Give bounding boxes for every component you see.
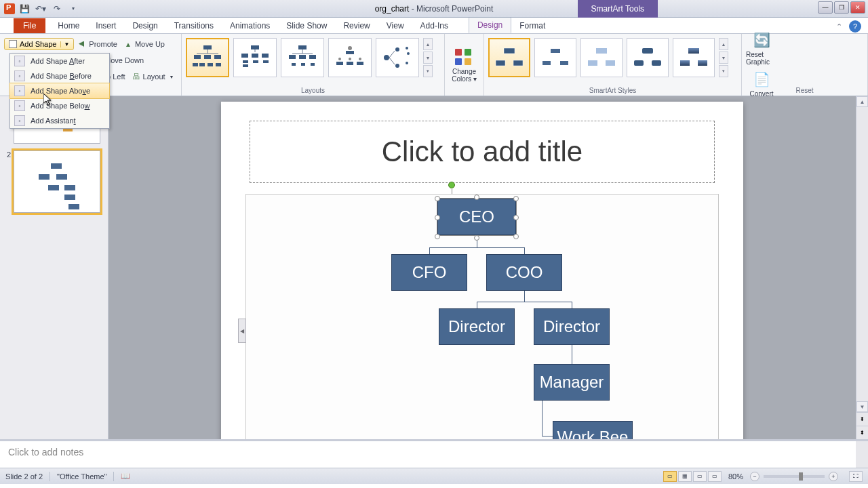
svg-rect-31 bbox=[336, 62, 343, 65]
dd-add-shape-after[interactable]: ▫Add Shape After bbox=[10, 54, 109, 68]
style-option-1[interactable] bbox=[488, 38, 530, 77]
svg-rect-25 bbox=[292, 63, 296, 66]
move-up-button[interactable]: ▲Move Up bbox=[121, 39, 167, 49]
zoom-in-button[interactable]: + bbox=[829, 472, 838, 481]
fit-to-window-button[interactable]: ⛶ bbox=[849, 471, 863, 482]
rotation-handle[interactable] bbox=[448, 182, 455, 188]
svg-rect-71 bbox=[64, 195, 75, 200]
next-slide-icon[interactable]: ⬍ bbox=[856, 426, 868, 439]
close-button[interactable]: ✕ bbox=[850, 1, 865, 14]
reset-graphic-button[interactable]: 🔄 Reset Graphic bbox=[746, 29, 777, 66]
style-gallery-down-icon[interactable]: ▼ bbox=[719, 52, 728, 64]
layout-option-2[interactable] bbox=[233, 38, 277, 77]
org-chart: CEO CFO COO Director Director Manager Wo… bbox=[246, 195, 718, 439]
help-icon[interactable]: ? bbox=[849, 20, 861, 33]
restore-button[interactable]: ❐ bbox=[834, 1, 849, 14]
prev-slide-icon[interactable]: ⬍ bbox=[856, 412, 868, 426]
zoom-out-button[interactable]: − bbox=[750, 472, 760, 481]
spell-check-icon[interactable]: 📖 bbox=[121, 472, 130, 481]
normal-view-button[interactable]: ▭ bbox=[663, 471, 677, 482]
dd-add-shape-above[interactable]: ▫Add Shape Above bbox=[9, 83, 110, 99]
style-option-4[interactable] bbox=[627, 38, 669, 77]
promote-icon: ⯇ bbox=[78, 40, 86, 48]
ribbon: Add Shape ▼ ⯇Promote ▲Move Up ▼Move Down… bbox=[0, 34, 868, 96]
minimize-ribbon-icon[interactable]: ⌃ bbox=[833, 20, 845, 33]
promote-button[interactable]: ⯇Promote bbox=[75, 39, 120, 49]
layout-button[interactable]: 品Layout▼ bbox=[130, 71, 177, 82]
dd-add-shape-below[interactable]: ▫Add Shape Below bbox=[10, 98, 109, 113]
node-workbee[interactable]: Work Bee bbox=[553, 421, 633, 439]
tab-view[interactable]: View bbox=[378, 18, 412, 33]
style-option-5[interactable] bbox=[673, 38, 715, 77]
zoom-level[interactable]: 80% bbox=[728, 472, 743, 481]
zoom-slider[interactable] bbox=[764, 475, 825, 478]
add-shape-button[interactable]: Add Shape ▼ bbox=[4, 38, 74, 50]
svg-point-30 bbox=[338, 58, 341, 60]
svg-rect-53 bbox=[642, 48, 653, 54]
node-coo[interactable]: COO bbox=[486, 254, 562, 291]
tab-addins[interactable]: Add-Ins bbox=[412, 18, 456, 33]
change-colors-button[interactable] bbox=[454, 49, 475, 68]
svg-rect-50 bbox=[596, 48, 607, 54]
node-cfo[interactable]: CFO bbox=[391, 254, 467, 291]
layout-option-4[interactable] bbox=[328, 38, 372, 77]
layout-option-1[interactable] bbox=[186, 38, 229, 77]
save-icon[interactable]: 💾 bbox=[18, 2, 31, 16]
node-dir1[interactable]: Director bbox=[439, 308, 515, 345]
dd-add-shape-before[interactable]: ▫Add Shape Before bbox=[10, 68, 109, 83]
svg-rect-45 bbox=[496, 60, 505, 66]
gallery-more-icon[interactable]: ▾ bbox=[423, 65, 433, 77]
vertical-scrollbar[interactable]: ▲ ▼ ⬍ ⬍ bbox=[856, 96, 868, 439]
styles-label: SmartArt Styles bbox=[484, 87, 741, 94]
qat-more-icon[interactable]: ▾ bbox=[66, 2, 80, 16]
layout-option-3[interactable] bbox=[281, 38, 324, 77]
notes-scrollbar[interactable] bbox=[856, 439, 868, 468]
reading-view-button[interactable]: ▭ bbox=[693, 471, 707, 482]
undo-icon[interactable]: ↶▾ bbox=[34, 2, 47, 16]
tab-smartart-format[interactable]: Format bbox=[511, 18, 553, 33]
node-mgr[interactable]: Manager bbox=[534, 364, 610, 401]
layout-option-5[interactable] bbox=[376, 38, 419, 77]
tab-insert[interactable]: Insert bbox=[87, 18, 124, 33]
svg-point-40 bbox=[395, 64, 399, 68]
svg-rect-14 bbox=[262, 54, 269, 58]
svg-rect-6 bbox=[193, 63, 198, 66]
tab-design[interactable]: Design bbox=[124, 18, 165, 33]
scroll-down-icon[interactable]: ▼ bbox=[856, 401, 868, 412]
theme-indicator: "Office Theme" bbox=[57, 472, 106, 481]
sorter-view-button[interactable]: ▦ bbox=[678, 471, 692, 482]
node-ceo[interactable]: CEO bbox=[437, 199, 516, 235]
gallery-down-icon[interactable]: ▼ bbox=[423, 52, 433, 64]
text-pane-toggle[interactable]: ◀ bbox=[238, 319, 246, 343]
slide-thumbnail-2[interactable] bbox=[14, 150, 100, 213]
redo-icon[interactable]: ↷ bbox=[50, 2, 64, 16]
tab-home[interactable]: Home bbox=[50, 18, 87, 33]
node-dir2[interactable]: Director bbox=[534, 308, 610, 345]
smartart-container[interactable]: ◀ CEO bbox=[245, 194, 719, 439]
tab-animations[interactable]: Animations bbox=[222, 18, 278, 33]
slide-canvas[interactable]: Click to add title ◀ bbox=[221, 102, 743, 439]
minimize-button[interactable]: — bbox=[818, 1, 833, 14]
style-gallery-up-icon[interactable]: ▲ bbox=[719, 38, 728, 50]
style-option-3[interactable] bbox=[580, 38, 623, 77]
app-icon[interactable] bbox=[4, 3, 15, 14]
tab-smartart-design[interactable]: Design bbox=[469, 17, 511, 33]
svg-rect-12 bbox=[241, 54, 248, 58]
notes-pane[interactable]: Click to add notes bbox=[0, 439, 856, 468]
style-gallery-more-icon[interactable]: ▾ bbox=[719, 65, 728, 77]
scroll-up-icon[interactable]: ▲ bbox=[856, 96, 868, 107]
tab-slide-show[interactable]: Slide Show bbox=[278, 18, 335, 33]
svg-rect-35 bbox=[357, 62, 363, 65]
reset-group: 🔄 Reset Graphic 📄 Convert▼ Reset bbox=[742, 34, 868, 96]
chevron-down-icon[interactable]: ▼ bbox=[60, 41, 69, 47]
svg-rect-20 bbox=[289, 55, 296, 59]
gallery-up-icon[interactable]: ▲ bbox=[423, 38, 433, 50]
style-option-2[interactable] bbox=[534, 38, 576, 77]
dd-add-assistant[interactable]: ▫Add Assistant bbox=[10, 113, 109, 128]
slideshow-view-button[interactable]: ▭ bbox=[708, 471, 722, 482]
tab-review[interactable]: Review bbox=[335, 18, 378, 33]
tab-file[interactable]: File bbox=[14, 18, 45, 33]
svg-rect-0 bbox=[203, 45, 212, 49]
tab-transitions[interactable]: Transitions bbox=[166, 18, 222, 33]
title-placeholder[interactable]: Click to add title bbox=[250, 121, 715, 183]
